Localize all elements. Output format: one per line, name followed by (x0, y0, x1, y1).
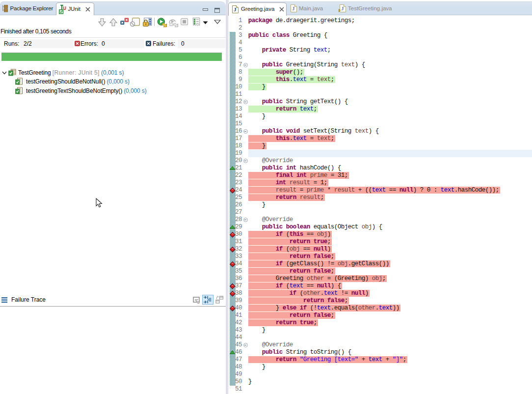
svg-text:J: J (341, 5, 344, 11)
svg-text:J: J (292, 5, 295, 11)
svg-text:J: J (234, 6, 237, 12)
